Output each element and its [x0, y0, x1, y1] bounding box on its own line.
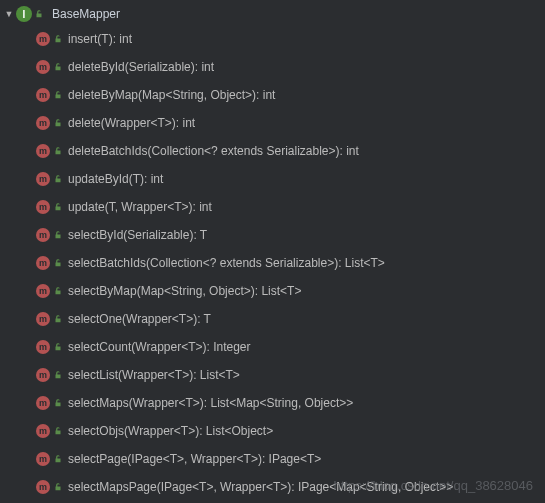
unlock-icon: [53, 118, 63, 128]
method-icon: [36, 284, 50, 298]
method-node[interactable]: insert(T): int: [0, 25, 545, 53]
unlock-icon: [53, 90, 63, 100]
method-signature-label: selectMaps(Wrapper<T>): List<Map<String,…: [68, 396, 353, 410]
method-node[interactable]: selectById(Serializable): T: [0, 221, 545, 249]
method-signature-label: update(T, Wrapper<T>): int: [68, 200, 212, 214]
method-icon: [36, 228, 50, 242]
method-node[interactable]: deleteById(Serializable): int: [0, 53, 545, 81]
unlock-icon: [53, 286, 63, 296]
method-signature-label: selectCount(Wrapper<T>): Integer: [68, 340, 251, 354]
unlock-icon: [53, 146, 63, 156]
method-icon: [36, 368, 50, 382]
method-icon: [36, 340, 50, 354]
method-node[interactable]: selectMapsPage(IPage<T>, Wrapper<T>): IP…: [0, 473, 545, 501]
class-name-label: BaseMapper: [52, 7, 120, 21]
structure-tree: BaseMapper insert(T): intdeleteById(Seri…: [0, 0, 545, 503]
method-signature-label: selectOne(Wrapper<T>): T: [68, 312, 211, 326]
method-signature-label: selectMapsPage(IPage<T>, Wrapper<T>): IP…: [68, 480, 453, 494]
method-icon: [36, 396, 50, 410]
method-signature-label: insert(T): int: [68, 32, 132, 46]
method-signature-label: selectById(Serializable): T: [68, 228, 207, 242]
method-node[interactable]: selectMaps(Wrapper<T>): List<Map<String,…: [0, 389, 545, 417]
unlock-icon: [53, 62, 63, 72]
method-signature-label: updateById(T): int: [68, 172, 163, 186]
unlock-icon: [53, 342, 63, 352]
method-icon: [36, 312, 50, 326]
method-node[interactable]: delete(Wrapper<T>): int: [0, 109, 545, 137]
method-icon: [36, 172, 50, 186]
unlock-icon: [53, 202, 63, 212]
method-icon: [36, 256, 50, 270]
method-signature-label: deleteById(Serializable): int: [68, 60, 214, 74]
method-node[interactable]: update(T, Wrapper<T>): int: [0, 193, 545, 221]
methods-list: insert(T): intdeleteById(Serializable): …: [0, 25, 545, 501]
method-icon: [36, 32, 50, 46]
method-node[interactable]: selectCount(Wrapper<T>): Integer: [0, 333, 545, 361]
unlock-icon: [53, 454, 63, 464]
unlock-icon: [53, 370, 63, 380]
expand-arrow-icon[interactable]: [4, 9, 14, 19]
unlock-icon: [53, 230, 63, 240]
method-node[interactable]: deleteBatchIds(Collection<? extends Seri…: [0, 137, 545, 165]
method-icon: [36, 88, 50, 102]
unlock-icon: [53, 34, 63, 44]
unlock-icon: [53, 314, 63, 324]
method-icon: [36, 116, 50, 130]
unlock-icon: [53, 258, 63, 268]
method-node[interactable]: selectObjs(Wrapper<T>): List<Object>: [0, 417, 545, 445]
method-icon: [36, 424, 50, 438]
unlock-icon: [53, 398, 63, 408]
method-icon: [36, 480, 50, 494]
method-node[interactable]: selectList(Wrapper<T>): List<T>: [0, 361, 545, 389]
method-signature-label: selectByMap(Map<String, Object>): List<T…: [68, 284, 301, 298]
unlock-icon: [53, 426, 63, 436]
method-node[interactable]: selectPage(IPage<T>, Wrapper<T>): IPage<…: [0, 445, 545, 473]
method-signature-label: selectList(Wrapper<T>): List<T>: [68, 368, 240, 382]
method-node[interactable]: deleteByMap(Map<String, Object>): int: [0, 81, 545, 109]
method-signature-label: deleteByMap(Map<String, Object>): int: [68, 88, 275, 102]
method-node[interactable]: updateById(T): int: [0, 165, 545, 193]
method-node[interactable]: selectByMap(Map<String, Object>): List<T…: [0, 277, 545, 305]
interface-icon: [16, 6, 32, 22]
class-node-root[interactable]: BaseMapper: [0, 3, 545, 25]
method-icon: [36, 200, 50, 214]
unlock-icon: [34, 9, 44, 19]
method-icon: [36, 60, 50, 74]
method-icon: [36, 144, 50, 158]
method-signature-label: selectPage(IPage<T>, Wrapper<T>): IPage<…: [68, 452, 321, 466]
unlock-icon: [53, 174, 63, 184]
method-node[interactable]: selectOne(Wrapper<T>): T: [0, 305, 545, 333]
method-icon: [36, 452, 50, 466]
method-node[interactable]: selectBatchIds(Collection<? extends Seri…: [0, 249, 545, 277]
method-signature-label: selectBatchIds(Collection<? extends Seri…: [68, 256, 385, 270]
method-signature-label: deleteBatchIds(Collection<? extends Seri…: [68, 144, 359, 158]
method-signature-label: selectObjs(Wrapper<T>): List<Object>: [68, 424, 273, 438]
unlock-icon: [53, 482, 63, 492]
method-signature-label: delete(Wrapper<T>): int: [68, 116, 195, 130]
